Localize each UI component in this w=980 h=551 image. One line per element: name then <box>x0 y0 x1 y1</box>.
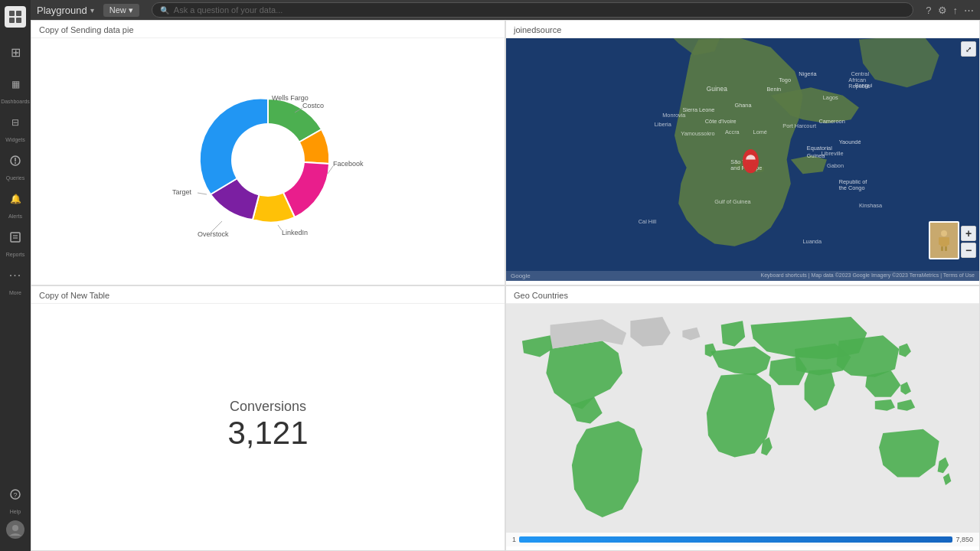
svg-point-12 <box>12 525 18 531</box>
donut-chart-svg: Costco Facebook LinkedIn Overstock Targe… <box>153 53 383 267</box>
svg-rect-60 <box>946 237 949 245</box>
svg-text:Gulf of Guinea: Gulf of Guinea <box>714 198 751 205</box>
map-container[interactable]: Guinea Sierra Leone Côte d'Ivoire Ghana … <box>506 38 979 281</box>
svg-text:Guinea: Guinea <box>707 85 727 93</box>
table-panel: Copy of New Table Conversions 3,121 <box>31 285 505 551</box>
sidebar-item-reports[interactable]: Reports <box>3 225 28 257</box>
geo-map-svg <box>506 304 979 546</box>
svg-rect-3 <box>16 18 21 23</box>
svg-rect-0 <box>9 11 15 16</box>
more-icon[interactable]: ⋯ <box>964 5 974 16</box>
sidebar-item-home[interactable]: ⊞ <box>3 40 28 66</box>
metric-container: Conversions 3,121 <box>31 304 505 546</box>
geo-scale-min: 1 <box>512 536 516 543</box>
svg-point-13 <box>231 123 305 197</box>
costco-label: Costco <box>302 102 324 109</box>
svg-line-16 <box>278 225 282 230</box>
target-label: Target <box>172 188 192 196</box>
overstock-label: Overstock <box>198 230 229 238</box>
facebook-label: Facebook <box>333 160 364 168</box>
svg-point-6 <box>15 162 16 164</box>
svg-text:Yaoundé: Yaoundé <box>839 139 861 145</box>
geo-gradient-bar <box>519 536 952 543</box>
svg-text:Yamoussokro: Yamoussokro <box>681 130 714 137</box>
donut-chart-panel: Copy of Sending data pie Costco <box>31 20 505 285</box>
main-content: Copy of Sending data pie Costco <box>31 20 980 551</box>
map-panel-title: joinedsource <box>506 21 979 38</box>
svg-rect-1 <box>16 11 21 16</box>
sidebar-item-alerts[interactable]: 🔔 Alerts <box>3 187 28 219</box>
svg-text:Cameroon: Cameroon <box>819 118 845 125</box>
wellsfargo-label: Wells Fargo <box>272 94 309 102</box>
svg-text:?: ? <box>14 491 18 499</box>
svg-point-57 <box>941 230 947 236</box>
app-logo[interactable] <box>5 6 26 28</box>
svg-text:Togo: Togo <box>779 77 791 83</box>
settings-icon[interactable]: ⚙ <box>938 5 947 16</box>
title-chevron-icon[interactable]: ▾ <box>90 6 94 15</box>
map-zoom-in-button[interactable]: + <box>961 226 976 241</box>
svg-text:Côte d'Ivoire: Côte d'Ivoire <box>705 118 737 125</box>
svg-text:Gabon: Gabon <box>827 162 844 169</box>
geo-panel-title: Geo Countries <box>506 286 979 304</box>
sidebar-item-queries[interactable]: Queries <box>3 148 28 181</box>
svg-text:Nigeria: Nigeria <box>799 70 817 77</box>
search-placeholder: Ask a question of your data... <box>174 5 283 15</box>
table-panel-title: Copy of New Table <box>31 286 505 304</box>
sidebar-item-widgets[interactable]: ⊟ Widgets <box>3 110 28 142</box>
linkedin-label: LinkedIn <box>282 229 308 236</box>
page-title: Playground <box>37 5 87 16</box>
geo-map-container[interactable]: 1 7,850 <box>506 304 979 546</box>
geo-scale-max: 7,850 <box>956 536 973 543</box>
map-footer-terms: Keyboard shortcuts | Map data ©2023 Goog… <box>761 272 975 279</box>
search-icon: 🔍 <box>160 6 169 15</box>
share-icon[interactable]: ↑ <box>953 5 959 16</box>
svg-text:the Congo: the Congo <box>839 184 865 191</box>
svg-text:Lomé: Lomé <box>753 129 767 135</box>
svg-rect-7 <box>11 233 20 242</box>
new-button[interactable]: New ▾ <box>103 4 139 17</box>
geo-panel: Geo Countries <box>505 285 980 551</box>
map-svg: Guinea Sierra Leone Côte d'Ivoire Ghana … <box>506 38 979 281</box>
map-footer: Google Keyboard shortcuts | Map data ©20… <box>506 271 979 281</box>
svg-text:Luanda: Luanda <box>803 238 822 245</box>
svg-rect-59 <box>939 237 942 245</box>
map-expand-button[interactable]: ⤢ <box>961 41 976 57</box>
svg-text:Benin: Benin <box>766 86 781 93</box>
svg-text:Sierra Leone: Sierra Leone <box>682 106 714 113</box>
svg-text:Guinea: Guinea <box>807 152 826 159</box>
svg-text:Ghana: Ghana <box>735 102 753 109</box>
svg-text:Kinshasa: Kinshasa <box>859 202 883 209</box>
svg-text:Accra: Accra <box>725 129 740 135</box>
user-avatar[interactable] <box>6 520 24 539</box>
map-zoom-controls: + − <box>961 226 976 258</box>
street-view-thumbnail[interactable] <box>929 221 959 259</box>
svg-text:Lagos: Lagos <box>823 94 838 101</box>
geo-footer: 1 7,850 <box>506 533 979 546</box>
sidebar-item-help[interactable]: ? Help <box>3 482 28 514</box>
svg-rect-61 <box>941 246 943 251</box>
metric-value: 3,121 <box>227 415 308 452</box>
search-bar[interactable]: 🔍 Ask a question of your data... <box>152 2 913 18</box>
sidebar-item-more[interactable]: ··· More <box>3 263 28 295</box>
svg-text:Republic: Republic <box>848 83 871 90</box>
svg-line-18 <box>198 193 207 194</box>
svg-text:Port Harcourt: Port Harcourt <box>782 122 816 129</box>
map-zoom-out-button[interactable]: − <box>961 243 976 258</box>
metric-label: Conversions <box>230 399 306 415</box>
map-footer-google: Google <box>511 272 531 279</box>
svg-text:Monrovia: Monrovia <box>662 112 686 119</box>
donut-chart-container: Costco Facebook LinkedIn Overstock Targe… <box>31 38 505 281</box>
donut-panel-title: Copy of Sending data pie <box>31 21 505 38</box>
help-icon[interactable]: ? <box>926 5 931 16</box>
svg-rect-2 <box>9 18 15 23</box>
sidebar-item-dashboards[interactable]: ▦ Dashboards <box>1 72 30 104</box>
topbar: Playground ▾ New ▾ 🔍 Ask a question of y… <box>31 0 980 20</box>
svg-text:Liberia: Liberia <box>655 121 672 128</box>
svg-text:Cal Hill: Cal Hill <box>639 218 657 225</box>
svg-text:Equatorial: Equatorial <box>807 145 832 152</box>
map-panel: joinedsource Guinea <box>505 20 980 285</box>
svg-rect-62 <box>945 246 947 251</box>
sidebar: ⊞ ▦ Dashboards ⊟ Widgets Queries 🔔 Alert… <box>0 0 31 551</box>
